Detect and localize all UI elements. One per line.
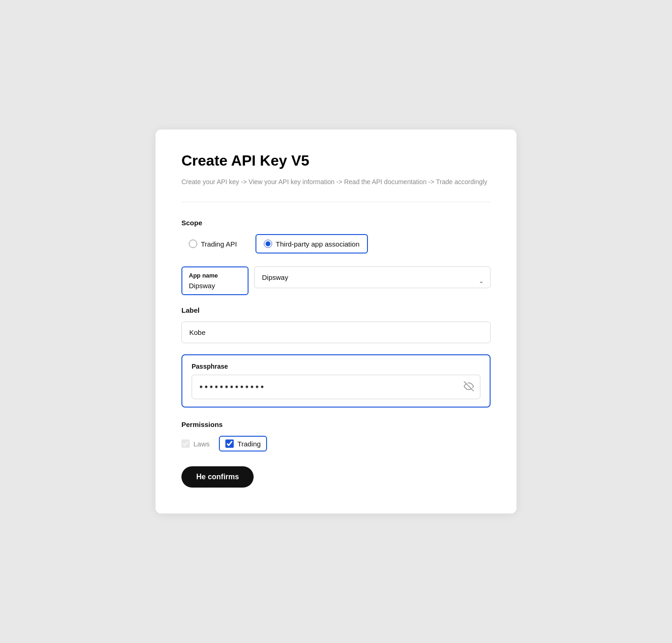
permission-trading-checkbox[interactable] (225, 439, 234, 448)
label-field-label: Label (181, 306, 491, 314)
page-subtitle: Create your API key -> View your API key… (181, 177, 491, 187)
app-name-dropdown-wrapper: Dipsway ⌄ (254, 266, 491, 295)
permission-laws-label: Laws (193, 440, 210, 448)
passphrase-label: Passphrase (192, 363, 480, 370)
app-name-dropdown[interactable]: Dipsway (254, 266, 491, 288)
scope-third-party-radio[interactable] (264, 240, 272, 248)
scope-label: Scope (181, 219, 491, 227)
scope-section: Scope Trading API Third-party app associ… (181, 219, 491, 253)
page-title: Create API Key V5 (181, 152, 491, 169)
label-field-section: Label (181, 306, 491, 343)
permission-trading-option[interactable]: Trading (219, 436, 267, 451)
app-name-value: Dipsway (189, 282, 241, 290)
permissions-label: Permissions (181, 420, 491, 428)
scope-radio-group: Trading API Third-party app association (181, 234, 491, 253)
passphrase-input[interactable] (192, 375, 480, 399)
passphrase-section: Passphrase (181, 354, 491, 408)
app-name-section: App name Dipsway Dipsway ⌄ (181, 266, 491, 295)
permissions-checkbox-group: Laws Trading (181, 436, 491, 451)
section-divider (181, 202, 491, 202)
permission-laws-checkbox (181, 439, 190, 448)
scope-trading-api-label: Trading API (201, 240, 237, 248)
permission-trading-label: Trading (237, 440, 261, 448)
permission-laws-option: Laws (181, 439, 210, 448)
app-name-box: App name Dipsway (181, 266, 249, 295)
scope-third-party-label: Third-party app association (276, 240, 360, 248)
passphrase-input-wrapper (192, 375, 480, 399)
eye-off-icon[interactable] (464, 381, 474, 393)
permissions-section: Permissions Laws Trading (181, 420, 491, 451)
create-api-key-card: Create API Key V5 Create your API key ->… (156, 130, 516, 514)
label-input[interactable] (181, 322, 491, 343)
scope-third-party-option[interactable]: Third-party app association (255, 234, 368, 253)
scope-trading-api-radio[interactable] (189, 240, 197, 248)
app-name-label: App name (189, 272, 241, 279)
confirm-button[interactable]: He confirms (181, 466, 254, 488)
scope-trading-api-option[interactable]: Trading API (181, 235, 244, 253)
